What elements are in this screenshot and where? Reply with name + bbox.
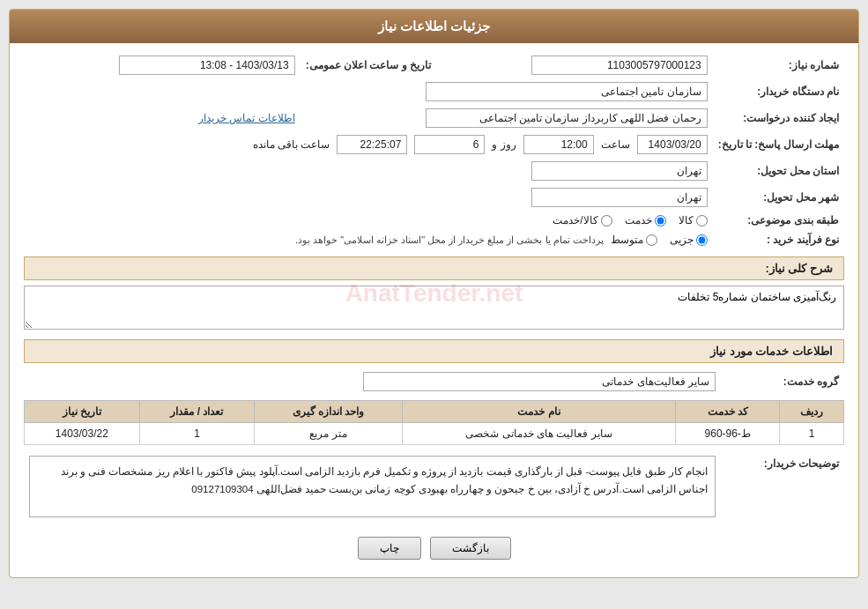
province-label: استان محل تحویل: (713, 158, 844, 184)
purchase-motavaset[interactable]: متوسط (611, 234, 657, 246)
deadline-date: 1403/03/20 (637, 135, 708, 154)
buyer-org-label: نام دستگاه خریدار: (713, 78, 844, 105)
services-table: ردیف کد خدمت نام خدمت واحد اندازه گیری ت… (24, 400, 844, 445)
need-description-title: شرح کلی نیاز: (24, 256, 844, 280)
category-both-label: کالا/خدمت (553, 214, 597, 227)
purchase-note: پرداخت تمام یا بخشی از مبلغ خریدار از مح… (295, 234, 604, 246)
need-description-textarea[interactable]: رنگ‌آمیزی ساختمان شماره5 تخلفات (24, 286, 844, 330)
services-section-title: اطلاعات خدمات مورد نیاز (24, 339, 844, 363)
page-title: جزئیات اطلاعات نیاز (10, 10, 858, 43)
category-khedmat-label: خدمت (625, 214, 652, 227)
creator-value: رحمان فضل اللهی کاربرداز سازمان تامین اج… (426, 108, 708, 128)
deadline-day-label: روز و (492, 138, 516, 151)
col-date: تاریخ نیاز (25, 401, 140, 423)
col-row: ردیف (780, 401, 844, 423)
deadline-days: 6 (414, 135, 485, 154)
creator-label: ایجاد کننده درخواست: (713, 105, 844, 131)
date-value: 1403/03/13 - 13:08 (119, 56, 295, 75)
category-both[interactable]: کالا/خدمت (553, 214, 612, 227)
buyer-note-label: توضیحات خریدار: (721, 452, 844, 528)
date-label: تاریخ و ساعت اعلان عمومی: (300, 52, 436, 78)
buyer-org-value: سازمان تامین اجتماعی (426, 82, 708, 101)
buyer-note-value: انجام کار طبق فایل پیوست- قبل از بارگذار… (29, 456, 716, 517)
table-cell-1: ط-96-960 (676, 423, 780, 445)
table-cell-4: 1 (139, 423, 255, 445)
back-button[interactable]: بازگشت (430, 537, 511, 560)
print-button[interactable]: چاپ (358, 537, 421, 560)
table-cell-0: 1 (780, 423, 844, 445)
service-group-value: سایر فعالیت‌های خدماتی (363, 372, 716, 391)
category-kala-label: کالا (679, 214, 694, 227)
deadline-remaining-label: ساعت باقی مانده (253, 138, 330, 151)
col-code: کد خدمت (676, 401, 780, 423)
deadline-label: مهلت ارسال پاسخ: تا تاریخ: (713, 131, 844, 158)
purchase-type-label: نوع فرآیند خرید : (713, 230, 844, 249)
deadline-time: 12:00 (523, 135, 594, 154)
category-kala[interactable]: کالا (679, 214, 708, 227)
purchase-motavaset-label: متوسط (611, 234, 643, 246)
table-row: 1ط-96-960سایر فعالیت های خدماتی شخصیمتر … (25, 423, 844, 445)
table-cell-2: سایر فعالیت های خدماتی شخصی (402, 423, 676, 445)
service-group-label: گروه خدمت: (721, 368, 844, 395)
need-number-label: شماره نیاز: (713, 52, 844, 78)
table-cell-5: 1403/03/22 (25, 423, 140, 445)
col-qty: تعداد / مقدار (139, 401, 255, 423)
deadline-remaining: 22:25:07 (337, 135, 407, 154)
province-value: تهران (531, 161, 708, 181)
col-name: نام خدمت (402, 401, 676, 423)
need-number-value: 1103005797000123 (531, 56, 708, 75)
city-value: تهران (531, 188, 708, 207)
deadline-time-label: ساعت (601, 138, 630, 151)
category-label: طبقه بندی موضوعی: (713, 211, 844, 230)
action-buttons: بازگشت چاپ (24, 537, 844, 560)
purchase-jozi-label: جزیی (670, 234, 694, 246)
table-cell-3: متر مربع (255, 423, 402, 445)
contact-link[interactable]: اطلاعات تماس خریدار (198, 112, 295, 124)
col-unit: واحد اندازه گیری (255, 401, 402, 423)
city-label: شهر محل تحویل: (713, 184, 844, 211)
purchase-jozi[interactable]: جزیی (670, 234, 708, 246)
category-khedmat[interactable]: خدمت (625, 214, 666, 227)
